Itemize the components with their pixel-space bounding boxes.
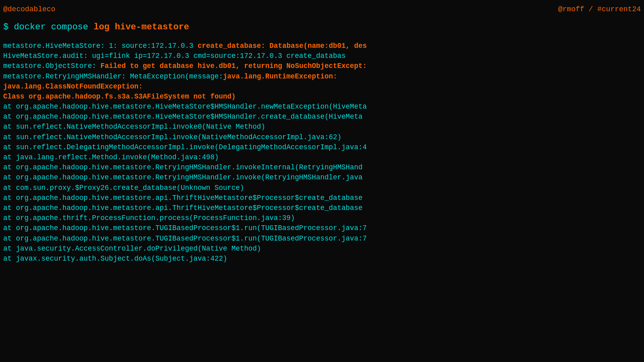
- log-line: metastore.HiveMetaStore: 1: source:172.1…: [3, 41, 641, 51]
- log-output: metastore.HiveMetaStore: 1: source:172.1…: [3, 41, 641, 264]
- log-line: at org.apache.hadoop.hive.metastore.TUGI…: [3, 234, 641, 244]
- log-line: at org.apache.hadoop.hive.metastore.api.…: [3, 193, 641, 203]
- right-handle: @rmoff / #current24: [558, 4, 641, 14]
- log-line: at org.apache.hadoop.hive.metastore.Retr…: [3, 162, 641, 173]
- log-line: at javax.security.auth.Subject.doAs(Subj…: [3, 254, 641, 264]
- log-line: at sun.reflect.NativeMethodAccessorImpl.…: [3, 132, 641, 142]
- command-line: $ docker compose log hive-metastore: [3, 21, 641, 34]
- log-line: at sun.reflect.NativeMethodAccessorImpl.…: [3, 122, 641, 132]
- log-line: at java.security.AccessController.doPriv…: [3, 244, 641, 254]
- log-line: metastore.RetryingHMSHandler: MetaExcept…: [3, 72, 641, 82]
- header-bar: @decodableco @rmoff / #current24: [3, 4, 641, 14]
- log-line: metastore.ObjectStore: Failed to get dat…: [3, 61, 641, 71]
- log-line: at java.lang.reflect.Method.invoke(Metho…: [3, 152, 641, 162]
- log-line: at org.apache.hadoop.hive.metastore.api.…: [3, 203, 641, 213]
- log-line: java.lang.ClassNotFoundException:: [3, 82, 641, 92]
- log-line: at com.sun.proxy.$Proxy26.create_databas…: [3, 183, 641, 193]
- left-handle: @decodableco: [3, 4, 56, 14]
- log-line: HiveMetaStore.audit: ugi=flink ip=172.17…: [3, 51, 641, 61]
- log-line: at org.apache.hadoop.hive.metastore.Hive…: [3, 102, 641, 112]
- log-line: at sun.reflect.DelegatingMethodAccessorI…: [3, 142, 641, 152]
- command-bold: log hive-metastore: [93, 22, 189, 32]
- log-line: at org.apache.hadoop.hive.metastore.TUGI…: [3, 223, 641, 233]
- log-line: at org.apache.hadoop.hive.metastore.Hive…: [3, 112, 641, 122]
- prompt: $ docker compose: [3, 22, 93, 32]
- log-line: at org.apache.thrift.ProcessFunction.pro…: [3, 213, 641, 223]
- log-line: Class org.apache.hadoop.fs.s3a.S3AFileSy…: [3, 92, 641, 102]
- log-line: at org.apache.hadoop.hive.metastore.Retr…: [3, 173, 641, 183]
